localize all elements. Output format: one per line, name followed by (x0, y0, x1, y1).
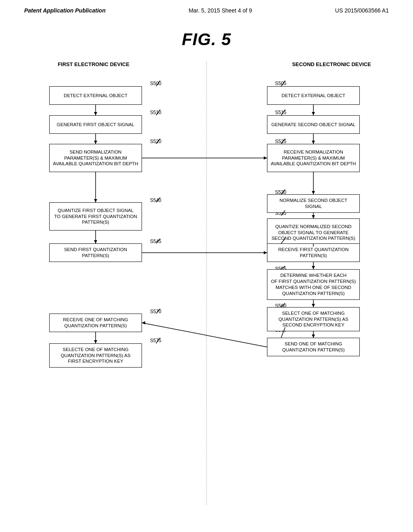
center-divider (206, 61, 207, 505)
box-detect-left: DETECT EXTERNAL OBJECT (49, 86, 142, 105)
svg-marker-44 (264, 156, 267, 160)
fig-title: FIG. 5 (0, 30, 413, 49)
box-detect-right: DETECT EXTERNAL OBJECT (267, 86, 360, 105)
step-s505: S505 (275, 81, 286, 86)
step-s540: S540 (150, 197, 161, 203)
svg-marker-21 (312, 112, 315, 115)
box-receive-first-quant: RECEIVE FIRST QUANTIZATIONPATTERN(S) (267, 243, 360, 262)
box-send-matching: SEND ONE OF MATCHINGQUANTIZATION PATTERN… (267, 338, 360, 356)
box-quantize-second: QUANTIZE NORMALIZED SECONDOBJECT SIGNAL … (267, 218, 360, 247)
svg-marker-14 (264, 251, 267, 254)
step-s520: S520 (150, 139, 161, 144)
svg-marker-38 (312, 304, 315, 307)
box-determine-match: DETERMINE WHETHER EACHOF FIRST QUANTIZAT… (267, 269, 360, 300)
step-s575: S575 (150, 338, 161, 343)
step-s510: S510 (150, 110, 161, 115)
svg-marker-41 (312, 335, 315, 338)
box-send-first-quant: SEND FIRST QUANTIZATIONPATTERN(S) (49, 243, 142, 262)
diagram-container: FIRST ELECTRONIC DEVICE SECOND ELECTRONI… (25, 61, 388, 505)
step-s570: S570 (150, 309, 161, 314)
svg-marker-2 (94, 112, 97, 115)
step-s525: S525 (275, 139, 286, 144)
box-generate-second: GENERATE SECOND OBJECT SIGNAL (267, 115, 360, 134)
svg-marker-34 (312, 266, 315, 269)
step-s545: S545 (150, 239, 161, 244)
box-select-second-enc: SELECT ONE OF MATCHINGQUANTIZATION PATTE… (267, 307, 360, 331)
header-center: Mar. 5, 2015 Sheet 4 of 9 (189, 7, 252, 14)
col-header-right: SECOND ELECTRONIC DEVICE (287, 61, 376, 67)
svg-marker-27 (312, 191, 315, 194)
header-left: Patent Application Publication (24, 7, 106, 14)
box-receive-norm: RECEIVE NORMALIZATIONPARAMETER(S) & MAXI… (267, 144, 360, 172)
box-send-norm: SEND NORMALIZATIONPARAMETER(S) & MAXIMUM… (49, 144, 142, 172)
svg-marker-5 (94, 141, 97, 144)
svg-marker-16 (94, 340, 97, 343)
box-quantize-first: QUANTIZE FIRST OBJECT SIGNALTO GENERATE … (49, 202, 142, 231)
box-select-first-enc: SELECTE ONE OF MATCHINGQUANTIZATION PATT… (49, 343, 142, 368)
step-s515: S515 (275, 110, 286, 115)
step-s500: S500 (150, 81, 161, 86)
svg-marker-30 (312, 215, 315, 218)
svg-marker-11 (94, 240, 97, 243)
svg-marker-8 (94, 199, 97, 202)
header-right: US 2015/0063566 A1 (335, 7, 389, 14)
svg-line-45 (142, 323, 267, 347)
box-receive-matching: RECEIVE ONE OF MATCHINGQUANTIZATION PATT… (49, 314, 142, 332)
col-header-left: FIRST ELECTRONIC DEVICE (53, 61, 134, 67)
box-normalize-second: NORMALIZE SECOND OBJECTSIGNAL (267, 194, 360, 213)
svg-marker-46 (142, 321, 145, 324)
box-generate-first: GENERATE FIRST OBJECT SIGNAL (49, 115, 142, 134)
svg-marker-24 (312, 141, 315, 144)
